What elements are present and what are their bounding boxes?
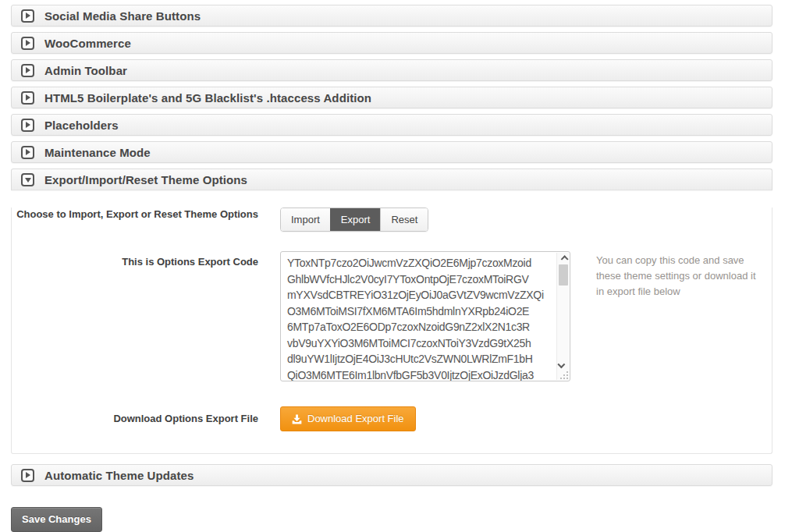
accordion-section-admin-toolbar[interactable]: Admin Toolbar	[11, 59, 772, 81]
export-import-reset-panel: Choose to Import, Export or Reset Theme …	[11, 207, 772, 454]
accordion-section-placeholders[interactable]: Placeholders	[11, 114, 772, 136]
scrollbar-thumb[interactable]	[559, 264, 568, 286]
scrollbar-down-button[interactable]	[557, 358, 570, 370]
expand-icon	[21, 91, 34, 105]
accordion-section-label: HTML5 Boilerplate's and 5G Blacklist's .…	[44, 91, 371, 105]
mode-select-row: Choose to Import, Export or Reset Theme …	[12, 207, 772, 232]
reset-tab-button[interactable]: Reset	[380, 208, 428, 231]
download-row: Download Options Export File Download Ex…	[12, 406, 772, 431]
options-export-code-textarea[interactable]: YToxNTp7czo2OiJwcmVzZXQiO2E6Mjp7czoxMzoi…	[280, 251, 570, 381]
accordion-section-woocommerce[interactable]: WooCommerce	[11, 32, 772, 54]
save-changes-button[interactable]: Save Changes	[11, 507, 102, 532]
expand-icon	[21, 469, 34, 482]
export-help-text: You can copy this code and save these th…	[596, 251, 766, 381]
export-tab-button[interactable]: Export	[330, 208, 381, 231]
accordion-section-social-media-share-buttons[interactable]: Social Media Share Buttons	[11, 5, 772, 27]
expand-icon	[21, 146, 34, 159]
accordion-section-label: Placeholders	[44, 119, 119, 132]
field-label: Choose to Import, Export or Reset Theme …	[12, 207, 258, 232]
expand-icon	[21, 119, 34, 132]
accordion-section-export-import-reset[interactable]: Export/Import/Reset Theme Options	[11, 168, 772, 190]
import-tab-button[interactable]: Import	[281, 208, 330, 231]
import-export-reset-button-group: Import Export Reset	[280, 207, 428, 232]
accordion-section-label: WooCommerce	[44, 37, 131, 50]
scrollbar-up-button[interactable]	[557, 253, 570, 264]
download-button-label: Download Export File	[307, 413, 404, 424]
collapse-icon	[21, 173, 34, 186]
download-export-file-button[interactable]: Download Export File	[280, 406, 416, 431]
accordion-section-maintenance-mode[interactable]: Maintenance Mode	[11, 141, 772, 163]
accordion-section-htaccess-addition[interactable]: HTML5 Boilerplate's and 5G Blacklist's .…	[11, 87, 772, 108]
accordion-section-automatic-theme-updates[interactable]: Automatic Theme Updates	[11, 464, 772, 486]
accordion-section-label: Maintenance Mode	[44, 146, 151, 159]
export-code-text: YToxNTp7czo2OiJwcmVzZXQiO2E6Mjp7czoxMzoi…	[281, 252, 556, 381]
expand-icon	[21, 64, 34, 77]
accordion-section-label: Social Media Share Buttons	[44, 9, 201, 23]
download-icon	[292, 414, 302, 424]
field-label: This is Options Export Code	[12, 251, 258, 381]
accordion-section-label: Export/Import/Reset Theme Options	[44, 173, 247, 186]
expand-icon	[21, 37, 34, 50]
resize-grip[interactable]	[560, 371, 568, 379]
field-label: Download Options Export File	[12, 412, 258, 426]
scrollbar[interactable]	[556, 253, 569, 380]
export-code-row: This is Options Export Code YToxNTp7czo2…	[12, 251, 772, 381]
accordion-section-label: Automatic Theme Updates	[44, 469, 194, 482]
expand-icon	[21, 9, 34, 23]
accordion-section-label: Admin Toolbar	[44, 64, 127, 77]
theme-options-page: Social Media Share Buttons WooCommerce A…	[0, 0, 772, 532]
